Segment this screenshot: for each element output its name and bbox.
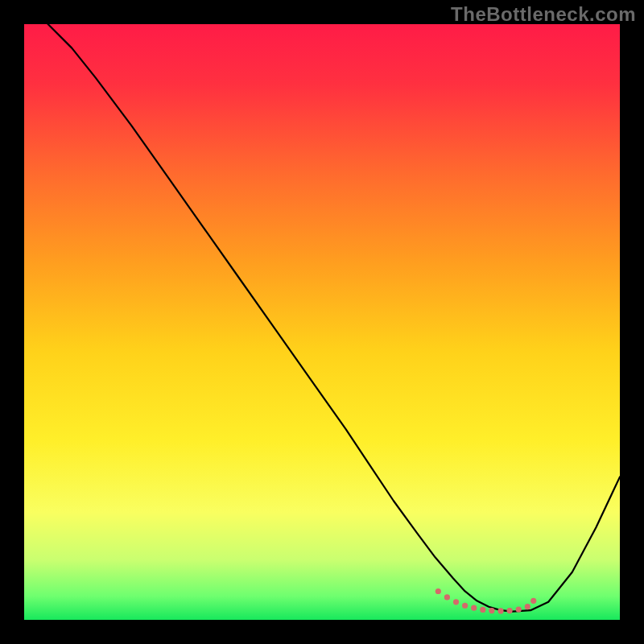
svg-point-8 — [507, 608, 513, 613]
svg-point-9 — [516, 606, 522, 612]
svg-point-3 — [462, 603, 468, 609]
bottleneck-chart — [0, 0, 644, 644]
svg-point-1 — [444, 594, 450, 600]
svg-point-11 — [530, 598, 536, 604]
svg-point-10 — [525, 604, 530, 609]
svg-point-6 — [489, 608, 494, 613]
svg-point-0 — [436, 588, 441, 594]
svg-point-7 — [497, 608, 503, 613]
svg-point-2 — [453, 599, 459, 605]
svg-point-4 — [471, 605, 477, 611]
svg-point-5 — [480, 607, 485, 613]
plot-background — [24, 24, 620, 620]
chart-frame: TheBottleneck.com — [0, 0, 644, 644]
